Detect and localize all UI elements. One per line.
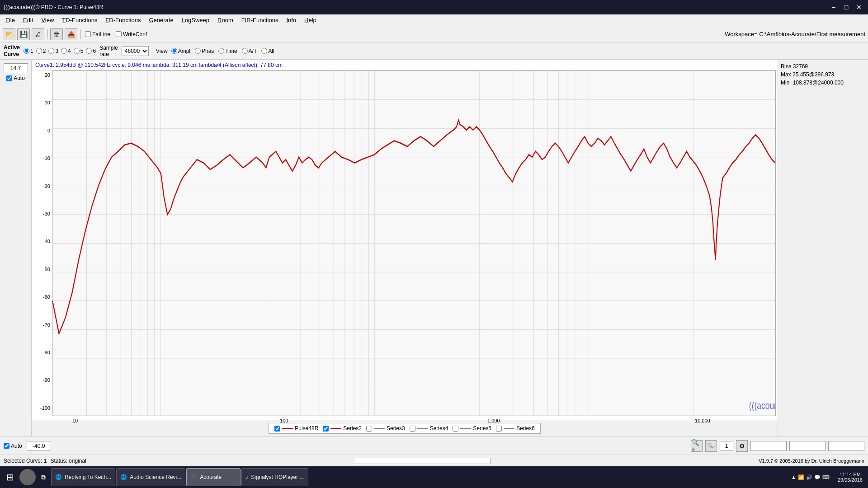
menu-bar: File Edit View TD-Functions FD-Functions… (0, 14, 868, 26)
input1[interactable] (750, 441, 787, 451)
sample-rate-select[interactable]: 44100 48000 88200 96000 (122, 46, 149, 56)
taskbar-acourate-label: Acourate (200, 474, 222, 480)
notification-icon[interactable]: 💬 (814, 474, 821, 480)
acourate-icon: 🎵 (190, 474, 197, 480)
view-time-radio[interactable]: Time (218, 48, 237, 54)
sample-rate-label: Sample rate (99, 45, 118, 57)
input3[interactable] (828, 441, 864, 451)
zoom-out-button[interactable]: 🔍- (705, 440, 717, 452)
minimize-button[interactable]: − (828, 2, 839, 13)
menu-fd-functions[interactable]: FD-Functions (102, 16, 144, 24)
view-radio-group: Ampl Phas Time A/T All (171, 48, 274, 54)
legend-series2: Series2 (323, 425, 362, 432)
x-axis-row: 10 100 1,000 10,000 (72, 416, 778, 420)
taskbar-chrome-2-label: Audio Science Revi... (130, 474, 181, 480)
open-button[interactable]: 📂 (3, 28, 15, 40)
volume-icon[interactable]: 🔊 (806, 474, 812, 480)
settings-button[interactable]: ⚙ (736, 440, 748, 452)
curve-5-radio[interactable]: 5 (74, 48, 84, 54)
close-button[interactable]: ✕ (854, 2, 864, 13)
legend-series5-checkbox[interactable] (453, 426, 458, 432)
systray: ▲ 📶 🔊 💬 ⌨ (788, 474, 833, 480)
top-value-input[interactable] (4, 63, 28, 73)
legend-series4: Series4 (410, 425, 448, 432)
curve-radio-group: 1 2 3 4 5 6 (24, 48, 96, 54)
legend-series2-line (330, 428, 341, 429)
taskbar-chrome-1[interactable]: 🌐 Replying To Keith... (51, 468, 115, 486)
legend-series5: Series5 (453, 425, 491, 432)
max-text: Max 25.455@396.973 (781, 71, 865, 78)
taskbar-hqplayer[interactable]: ♪ Signalyst HQPlayer ... (241, 468, 308, 486)
task-view-button[interactable]: ⧉ (37, 468, 50, 486)
cortana-button[interactable] (19, 469, 36, 485)
right-panel: Bins 32769 Max 25.455@396.973 Min -108.8… (778, 60, 868, 436)
auto-bottom-checkbox[interactable]: Auto (4, 443, 22, 449)
legend-series4-checkbox[interactable] (410, 426, 415, 432)
legend-pulse48r-checkbox[interactable] (274, 426, 280, 432)
keyboard-icon[interactable]: ⌨ (822, 474, 830, 480)
legend-series3: Series3 (366, 425, 405, 432)
taskbar-acourate[interactable]: 🎵 Acourate (186, 468, 241, 486)
copyright-text: V1.9.7 © 2005-2016 by Dr. Ulrich Bruegge… (759, 458, 864, 464)
bins-text: Bins 32769 (781, 63, 865, 70)
legend-row: Pulse48R Series2 Series3 Series4 (32, 420, 778, 436)
status-bar: Selected Curve: 1 Status: original V1.9.… (0, 455, 868, 466)
menu-info[interactable]: Info (283, 16, 300, 24)
menu-help[interactable]: Help (301, 16, 320, 24)
toolbar: 📂 💾 🖨 🗑 📤 FatLine WriteConf Workspace= C… (0, 26, 868, 42)
curve-2-radio[interactable]: 2 (36, 48, 46, 54)
menu-room[interactable]: Room (214, 16, 237, 24)
watermark-text: (((acourate)))® - 674B (749, 400, 775, 411)
menu-generate[interactable]: Generate (145, 16, 177, 24)
menu-fir-functions[interactable]: FIR-Functions (238, 16, 282, 24)
print-button[interactable]: 🖨 (32, 28, 44, 40)
menu-file[interactable]: File (2, 16, 19, 24)
legend-series6: Series6 (496, 425, 535, 432)
page-input[interactable] (720, 441, 733, 451)
curve-1-radio[interactable]: 1 (24, 48, 33, 54)
min-text: Min -108.878@24000.000 (781, 80, 865, 86)
view-at-radio[interactable]: A/T (242, 48, 257, 54)
start-button[interactable]: ⊞ (2, 468, 19, 486)
menu-td-functions[interactable]: TD-Functions (58, 16, 101, 24)
delete-button[interactable]: 🗑 (50, 28, 63, 40)
legend-series2-checkbox[interactable] (323, 426, 329, 432)
export-button[interactable]: 📤 (65, 28, 77, 40)
chart-info-text: Curve1: 2.954dB @ 110.542Hz cycle: 9.046… (35, 62, 283, 68)
taskbar-hqplayer-label: Signalyst HQPlayer ... (251, 474, 304, 480)
maximize-button[interactable]: □ (841, 2, 852, 13)
curve-6-radio[interactable]: 6 (86, 48, 96, 54)
view-ampl-radio[interactable]: Ampl (171, 48, 190, 54)
network-icon[interactable]: 📶 (798, 474, 804, 480)
taskbar-clock[interactable]: 11:14 PM 29/06/2016 (834, 472, 866, 483)
fatline-checkbox[interactable]: FatLine (85, 31, 110, 38)
clock-date: 29/06/2016 (838, 477, 863, 483)
legend-series5-line (460, 428, 471, 429)
bottom-controls: Auto 🔍+ 🔍- ⚙ (0, 436, 868, 455)
separator2 (80, 29, 80, 39)
chrome-icon-2: 🌐 (120, 474, 127, 480)
save-button[interactable]: 💾 (17, 28, 30, 40)
writeconf-checkbox[interactable]: WriteConf (116, 31, 147, 38)
chart-wrapper: 20 10 0 -10 -20 -30 -40 -50 -60 -70 -80 … (32, 70, 778, 420)
taskbar-chrome-2[interactable]: 🌐 Audio Science Revi... (116, 468, 185, 486)
show-hidden-icon[interactable]: ▲ (791, 474, 796, 480)
menu-view[interactable]: View (38, 16, 57, 24)
legend-series4-line (417, 428, 428, 429)
menu-logsweep[interactable]: LogSweep (178, 16, 213, 24)
legend-series6-checkbox[interactable] (496, 426, 502, 432)
input2[interactable] (789, 441, 826, 451)
menu-edit[interactable]: Edit (19, 16, 37, 24)
legend-series6-line (504, 428, 514, 429)
curve-3-radio[interactable]: 3 (48, 48, 58, 54)
curve-4-radio[interactable]: 4 (61, 48, 71, 54)
zoom-in-button[interactable]: 🔍+ (691, 440, 703, 452)
chart-area[interactable]: (((acourate)))® - 674B (52, 70, 776, 416)
auto-top-checkbox[interactable]: Auto (6, 75, 25, 81)
view-phas-radio[interactable]: Phas (195, 48, 214, 54)
legend-series3-checkbox[interactable] (366, 426, 372, 432)
controls-row: Active Curve 1 2 3 4 5 6 Sample rate 441… (0, 42, 868, 60)
bottom-value-input[interactable] (27, 441, 51, 451)
hqplayer-icon: ♪ (245, 474, 248, 480)
view-all-radio[interactable]: All (261, 48, 274, 54)
